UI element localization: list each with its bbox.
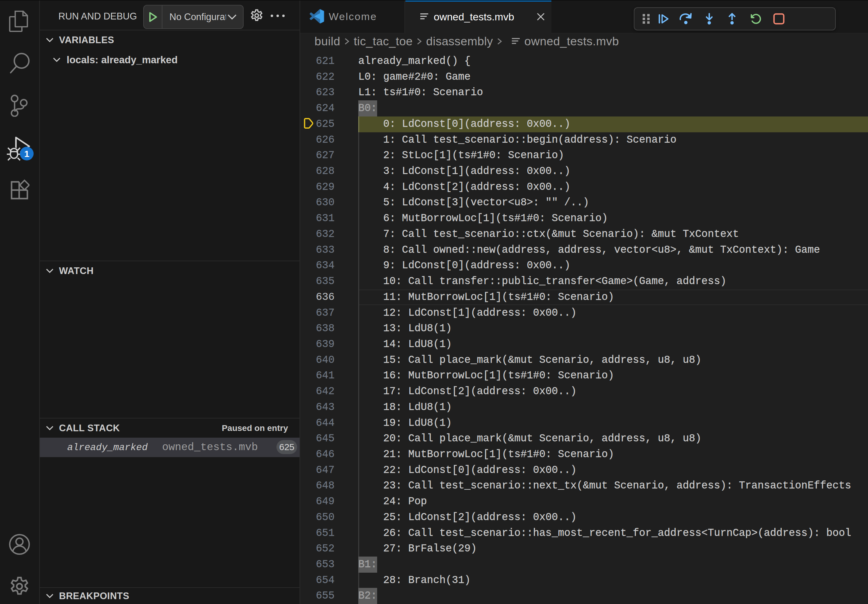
svg-text:1: 1 <box>24 149 29 159</box>
